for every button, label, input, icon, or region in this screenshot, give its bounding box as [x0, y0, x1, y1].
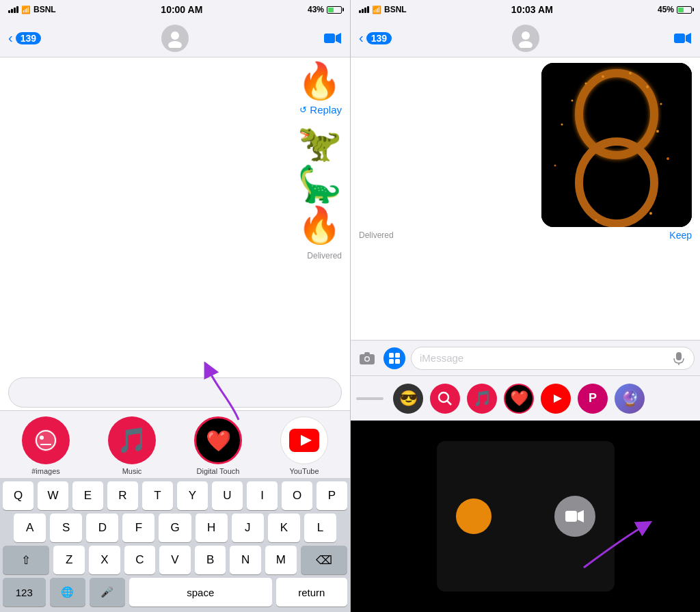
svg-point-11 [519, 41, 533, 48]
key-m[interactable]: M [265, 546, 297, 574]
app-item-music[interactable]: 🎵 Music [94, 416, 170, 475]
right-appstore-button[interactable] [383, 347, 405, 369]
key-v[interactable]: V [159, 546, 191, 574]
fire-rings-visual [541, 63, 692, 227]
left-avatar[interactable] [161, 25, 189, 52]
digital-touch-icon: ❤️ [206, 429, 231, 453]
strip-crystal-icon[interactable]: 🔮 [615, 384, 645, 414]
left-back-chevron: ‹ [8, 30, 13, 46]
svg-point-25 [667, 157, 669, 160]
key-c[interactable]: C [124, 546, 156, 574]
strip-search-icon[interactable] [430, 384, 460, 414]
key-u[interactable]: U [212, 481, 243, 510]
right-back-button[interactable]: ‹ 139 [359, 30, 512, 46]
svg-line-40 [447, 401, 451, 405]
svg-rect-32 [364, 352, 370, 355]
left-input-bar[interactable] [8, 377, 342, 408]
strip-music-icon[interactable]: 🎵 [467, 384, 497, 414]
key-d[interactable]: D [86, 514, 118, 542]
app-item-youtube[interactable]: YouTube [267, 416, 342, 475]
emoji-fire-ball: 🔥 [297, 207, 342, 243]
svg-point-17 [602, 75, 604, 78]
mic-icon [672, 351, 686, 365]
rbar3 [364, 8, 366, 13]
key-mic[interactable]: 🎤 [90, 578, 125, 607]
right-camera-button[interactable] [356, 347, 378, 369]
right-imessage-input[interactable]: iMessage [411, 347, 695, 370]
strip-emoji-icon[interactable]: 😎 [393, 384, 423, 414]
svg-point-20 [660, 103, 662, 105]
key-f[interactable]: F [122, 514, 154, 542]
key-j[interactable]: J [232, 514, 264, 542]
left-back-badge: 139 [16, 32, 41, 44]
right-back-badge: 139 [366, 32, 392, 44]
right-carrier: BSNL [384, 5, 407, 14]
images-icon [33, 428, 58, 453]
key-h[interactable]: H [196, 514, 228, 542]
right-back-chevron: ‹ [359, 30, 364, 46]
svg-rect-36 [395, 359, 400, 364]
digital-touch-label: Digital Touch [197, 467, 240, 475]
dt-video-button[interactable] [554, 496, 595, 537]
strip-p-icon[interactable]: P [578, 384, 608, 414]
key-return[interactable]: return [276, 578, 347, 607]
keep-button[interactable]: Keep [669, 230, 692, 241]
svg-point-31 [366, 357, 369, 360]
key-a[interactable]: A [14, 514, 46, 542]
search-icon [437, 390, 453, 407]
key-s[interactable]: S [50, 514, 82, 542]
right-delivered-keep: Delivered Keep [359, 227, 692, 243]
strip-youtube-icon[interactable] [541, 384, 571, 414]
key-x[interactable]: X [89, 546, 120, 574]
appstore-icon [388, 352, 401, 364]
left-messages-area: 🔥 ↺ Replay 🦖 🦕 🔥 Delivered [0, 57, 350, 410]
svg-point-21 [585, 83, 587, 85]
images-icon-bg [22, 416, 70, 464]
music-label: Music [122, 467, 142, 475]
strip-heart-icon[interactable]: ❤️ [504, 384, 534, 414]
right-battery-pct: 45% [658, 5, 674, 14]
right-video-button[interactable] [539, 32, 692, 44]
svg-point-26 [554, 165, 556, 167]
key-e[interactable]: E [72, 481, 103, 510]
dt-video-icon [565, 507, 584, 526]
key-l[interactable]: L [304, 514, 336, 542]
key-b[interactable]: B [195, 546, 226, 574]
svg-point-22 [571, 100, 574, 102]
left-video-button[interactable] [189, 32, 342, 44]
key-p[interactable]: P [317, 481, 347, 510]
key-k[interactable]: K [268, 514, 300, 542]
key-r[interactable]: R [107, 481, 138, 510]
right-battery-fill [678, 8, 684, 12]
emoji-dino: 🦕 [297, 166, 342, 202]
svg-point-0 [171, 31, 179, 40]
rbar1 [359, 10, 361, 13]
right-digital-touch-panel[interactable] [351, 421, 700, 612]
key-globe[interactable]: 🌐 [50, 578, 85, 607]
key-i[interactable]: I [247, 481, 278, 510]
app-item-digital-touch[interactable]: ❤️ Digital Touch [180, 416, 256, 475]
key-q[interactable]: Q [3, 481, 33, 510]
key-space[interactable]: space [129, 578, 272, 607]
replay-button[interactable]: ↺ Replay [299, 104, 342, 116]
key-o[interactable]: O [282, 481, 312, 510]
svg-point-19 [646, 85, 649, 88]
music-icon: 🎵 [117, 426, 148, 455]
right-app-strip: 😎 🎵 ❤️ P 🔮 [351, 375, 700, 421]
key-y[interactable]: Y [177, 481, 208, 510]
right-avatar[interactable] [512, 25, 539, 52]
key-n[interactable]: N [230, 546, 261, 574]
keyboard-bottom-row: 123 🌐 🎤 space return [0, 574, 350, 612]
left-back-button[interactable]: ‹ 139 [8, 30, 161, 46]
key-z[interactable]: Z [53, 546, 85, 574]
key-t[interactable]: T [142, 481, 173, 510]
key-w[interactable]: W [38, 481, 68, 510]
svg-rect-42 [565, 511, 577, 522]
key-g[interactable]: G [159, 514, 191, 542]
left-nav-bar: ‹ 139 [0, 19, 350, 57]
key-shift[interactable]: ⇧ [3, 546, 49, 574]
keyboard-row-1: Q W E R T Y U I O P [0, 478, 350, 510]
key-123[interactable]: 123 [3, 578, 46, 607]
app-item-images[interactable]: #images [8, 416, 83, 475]
key-backspace[interactable]: ⌫ [301, 546, 347, 574]
